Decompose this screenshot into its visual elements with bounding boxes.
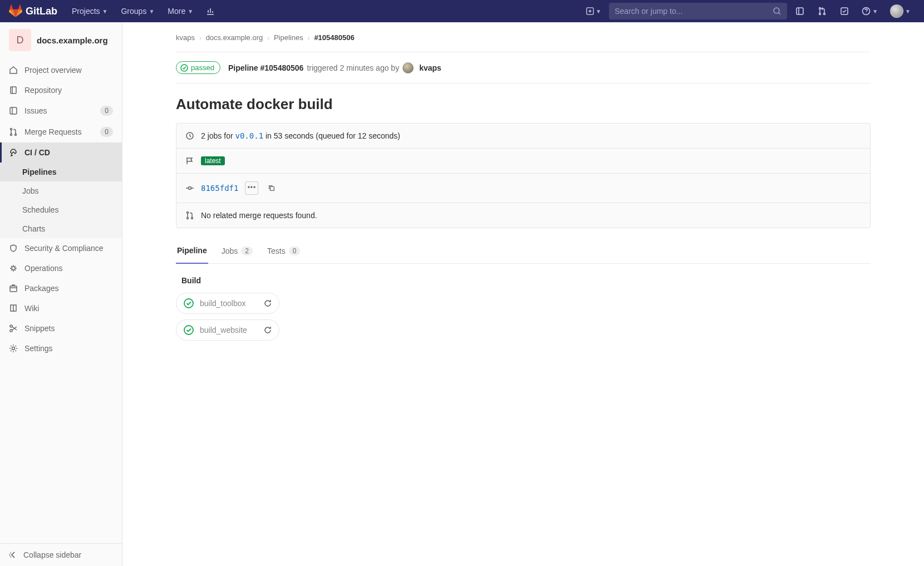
book-icon xyxy=(9,304,18,313)
nav-merge-requests[interactable] xyxy=(813,2,832,21)
sidebar-item-repository[interactable]: Repository xyxy=(0,80,122,100)
plus-square-icon xyxy=(586,7,594,15)
author-avatar-icon xyxy=(402,62,414,73)
user-avatar-icon xyxy=(890,4,903,18)
sidebar-item-merge-requests[interactable]: Merge Requests 0 xyxy=(0,121,122,142)
svg-point-15 xyxy=(10,329,12,332)
retry-icon[interactable] xyxy=(263,299,272,308)
sidebar-item-packages[interactable]: Packages xyxy=(0,278,122,298)
tab-tests[interactable]: Tests 0 xyxy=(266,238,301,263)
operations-icon xyxy=(9,264,18,273)
search-icon xyxy=(773,7,782,16)
project-avatar: D xyxy=(9,29,31,51)
stage-name: Build xyxy=(176,276,871,285)
svg-point-25 xyxy=(184,299,193,308)
commit-icon xyxy=(185,184,194,193)
home-icon xyxy=(9,66,18,75)
todo-icon xyxy=(840,7,849,16)
chevron-down-icon: ▼ xyxy=(596,8,601,14)
svg-rect-8 xyxy=(11,87,16,93)
nav-activity[interactable] xyxy=(201,2,220,21)
package-icon xyxy=(9,284,18,293)
pipeline-details: 2 jobs for v0.0.1 in 53 seconds (queued … xyxy=(176,123,871,228)
project-name: docs.example.org xyxy=(37,36,108,45)
flag-icon xyxy=(185,156,194,165)
nav-more[interactable]: More ▼ xyxy=(162,0,199,22)
nav-groups[interactable]: Groups ▼ xyxy=(115,0,160,22)
sidebar-sub-charts[interactable]: Charts xyxy=(0,219,122,238)
sidebar-sub-jobs[interactable]: Jobs xyxy=(0,181,122,200)
job-pill[interactable]: build_website xyxy=(176,319,279,341)
sidebar-item-settings[interactable]: Settings xyxy=(0,338,122,358)
sidebar-item-security[interactable]: Security & Compliance xyxy=(0,238,122,258)
author-link[interactable]: kvaps xyxy=(419,63,441,72)
sidebar-sub-schedules[interactable]: Schedules xyxy=(0,200,122,219)
issues-count-badge: 0 xyxy=(100,106,113,116)
svg-point-10 xyxy=(11,129,12,130)
status-badge-passed[interactable]: passed xyxy=(176,61,220,74)
chevron-right-icon: › xyxy=(199,35,201,41)
svg-point-3 xyxy=(819,8,821,9)
mr-count-badge: 0 xyxy=(100,127,113,137)
chevron-down-icon: ▼ xyxy=(188,8,193,14)
sidebar-item-snippets[interactable]: Snippets xyxy=(0,318,122,338)
pipeline-tabs: Pipeline Jobs 2 Tests 0 xyxy=(176,238,871,264)
svg-point-12 xyxy=(15,134,17,136)
ref-link[interactable]: v0.0.1 xyxy=(235,131,263,140)
svg-rect-14 xyxy=(10,286,17,292)
detail-jobs-summary: 2 jobs for v0.0.1 in 53 seconds (queued … xyxy=(176,124,870,149)
chevron-right-icon: › xyxy=(267,35,269,41)
page-title: Automate docker build xyxy=(176,96,871,113)
nav-projects[interactable]: Projects ▼ xyxy=(66,0,113,22)
chevron-right-icon: › xyxy=(308,35,310,41)
job-name: build_website xyxy=(200,326,258,334)
gear-icon xyxy=(9,344,18,353)
issue-icon xyxy=(795,7,804,16)
tab-pipeline[interactable]: Pipeline xyxy=(176,238,208,264)
chevron-down-icon: ▼ xyxy=(905,8,911,14)
chevron-down-icon: ▼ xyxy=(102,8,108,14)
sidebar-item-overview[interactable]: Project overview xyxy=(0,60,122,80)
svg-point-5 xyxy=(824,13,825,15)
main-content: kvaps › docs.example.org › Pipelines › #… xyxy=(122,22,924,566)
svg-point-11 xyxy=(11,134,12,136)
svg-rect-21 xyxy=(271,186,274,190)
tab-jobs[interactable]: Jobs 2 xyxy=(220,238,254,263)
sidebar-project-header[interactable]: D docs.example.org xyxy=(0,22,122,58)
expand-commit-button[interactable]: ••• xyxy=(245,181,258,195)
breadcrumb-project[interactable]: docs.example.org xyxy=(206,33,263,42)
search-box[interactable] xyxy=(609,3,787,19)
breadcrumb-owner[interactable]: kvaps xyxy=(176,33,195,42)
check-circle-icon xyxy=(183,298,194,309)
merge-request-icon xyxy=(9,127,18,136)
commit-sha-link[interactable]: 8165fdf1 xyxy=(201,184,238,193)
gitlab-logo[interactable]: GitLab xyxy=(9,4,57,18)
scissors-icon xyxy=(9,324,18,333)
nav-new[interactable]: ▼ xyxy=(582,2,606,21)
sidebar-item-wiki[interactable]: Wiki xyxy=(0,298,122,318)
svg-point-16 xyxy=(10,325,12,327)
copy-sha-button[interactable] xyxy=(265,181,278,195)
sidebar-item-cicd[interactable]: CI / CD xyxy=(0,142,122,163)
jobs-count-badge: 2 xyxy=(241,247,253,255)
nav-help[interactable]: ▼ xyxy=(857,2,882,21)
job-pill[interactable]: build_toolbox xyxy=(176,293,279,314)
nav-todos[interactable] xyxy=(835,2,854,21)
collapse-sidebar-button[interactable]: Collapse sidebar xyxy=(0,543,122,566)
pipeline-header: passed Pipeline #105480506 triggered 2 m… xyxy=(176,52,871,83)
detail-tags: latest xyxy=(176,149,870,174)
breadcrumb-section[interactable]: Pipelines xyxy=(274,33,303,42)
chevron-down-icon: ▼ xyxy=(872,8,878,14)
sidebar-item-issues[interactable]: Issues 0 xyxy=(0,100,122,121)
nav-user-menu[interactable]: ▼ xyxy=(886,2,915,21)
nav-issues[interactable] xyxy=(790,2,809,21)
tests-count-badge: 0 xyxy=(289,247,301,255)
svg-point-20 xyxy=(189,187,191,190)
search-input[interactable] xyxy=(615,7,773,16)
tanuki-icon xyxy=(9,4,22,18)
retry-icon[interactable] xyxy=(263,326,272,334)
merge-request-icon xyxy=(185,211,194,220)
sidebar-item-operations[interactable]: Operations xyxy=(0,258,122,278)
sidebar-sub-pipelines[interactable]: Pipelines xyxy=(0,163,122,181)
svg-point-1 xyxy=(774,8,779,13)
